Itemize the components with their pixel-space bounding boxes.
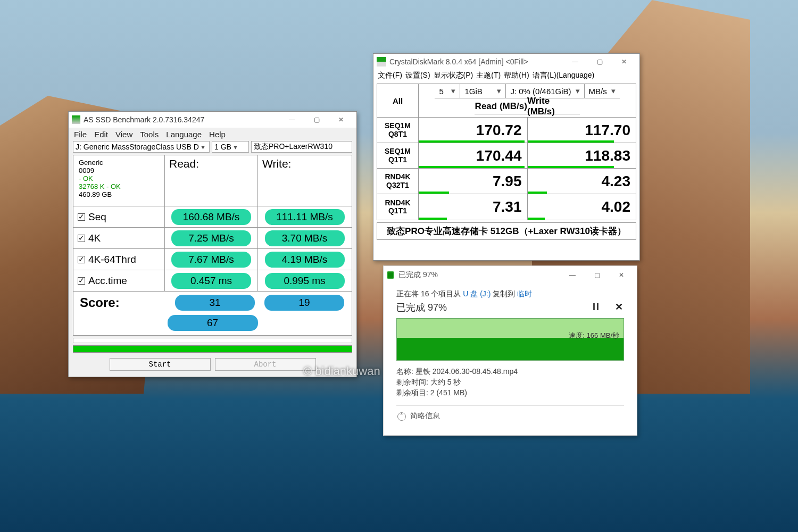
- 4k-read: 7.25 MB/s: [171, 230, 251, 246]
- detail-remaining-time: 剩余时间: 大约 5 秒: [396, 378, 624, 387]
- cdm-write-1: 118.83: [528, 143, 636, 168]
- unit-select[interactable]: MB/s: [585, 84, 620, 98]
- maximize-button[interactable]: ▢: [585, 267, 609, 283]
- asssd-title: AS SSD Benchmark 2.0.7316.34247: [84, 115, 204, 124]
- acctime-write: 0.995 ms: [265, 273, 345, 289]
- cdm-write-2: 4.23: [528, 169, 636, 194]
- minimize-button[interactable]: —: [560, 267, 585, 283]
- cdm-read-1: 170.44: [419, 143, 528, 168]
- maximize-button[interactable]: ▢: [304, 112, 329, 128]
- menu-view[interactable]: View: [115, 130, 132, 139]
- asssd-window: AS SSD Benchmark 2.0.7316.34247 — ▢ ✕ Fi…: [68, 111, 357, 377]
- 4k64-checkbox[interactable]: [78, 256, 85, 263]
- name-input[interactable]: 致态PRO+LaxerRW310: [251, 141, 352, 153]
- 4k64-label: 4K-64Thrd: [73, 249, 165, 270]
- window-controls: — ▢ ✕: [563, 54, 636, 70]
- window-controls: — ▢ ✕: [280, 112, 353, 128]
- cdm-read-2: 7.95: [419, 169, 528, 194]
- speed-label: 速度: 166 MB/秒: [569, 331, 619, 340]
- drive-select[interactable]: J: Generic MassStorageClass USB D: [73, 141, 210, 153]
- score-label: Score:: [80, 295, 120, 310]
- cdm-titlebar[interactable]: CrystalDiskMark 8.0.4 x64 [Admin] <0Fill…: [373, 54, 639, 70]
- acctime-read: 0.457 ms: [171, 273, 251, 289]
- testsize-select[interactable]: 1GiB: [460, 84, 506, 98]
- cdm-title: CrystalDiskMark 8.0.4 x64 [Admin] <0Fill…: [389, 57, 528, 66]
- cdm-app-icon: [377, 57, 386, 66]
- acctime-label: Acc.time: [73, 270, 165, 291]
- filecopy-window: 已完成 97% — ▢ ✕ 正在将 16 个项目从 U 盘 (J:) 复制到 临…: [383, 265, 637, 436]
- all-button[interactable]: All: [377, 84, 419, 117]
- fc-titlebar[interactable]: 已完成 97% — ▢ ✕: [384, 266, 637, 284]
- asssd-titlebar[interactable]: AS SSD Benchmark 2.0.7316.34247 — ▢ ✕: [69, 112, 356, 128]
- fewer-details-toggle[interactable]: ˄简略信息: [396, 405, 624, 423]
- cdm-test-button[interactable]: RND4KQ1T1: [377, 194, 419, 220]
- close-button[interactable]: ✕: [609, 267, 634, 283]
- 4k-label: 4K: [73, 228, 165, 248]
- menu-theme[interactable]: 主题(T): [476, 71, 501, 80]
- seq-write: 111.11 MB/s: [265, 209, 345, 225]
- menu-language[interactable]: Language: [166, 130, 202, 139]
- detail-remaining-items: 剩余项目: 2 (451 MB): [396, 388, 624, 398]
- menu-status[interactable]: 显示状态(P): [434, 71, 473, 80]
- count-select[interactable]: 5: [435, 84, 460, 98]
- cdm-test-button[interactable]: RND4KQ32T1: [377, 169, 419, 194]
- cdm-read-0: 170.72: [419, 118, 528, 143]
- read-header: Read:: [165, 155, 258, 206]
- minimize-button[interactable]: —: [280, 112, 304, 128]
- main-progress: [73, 345, 352, 353]
- 4k64-write: 4.19 MB/s: [265, 252, 345, 268]
- score-write: 19: [264, 295, 344, 311]
- cdm-row-2: RND4KQ32T17.954.23: [377, 169, 636, 194]
- copy-details: 名称: 星铁 2024.06.30-08.45.48.mp4 剩余时间: 大约 …: [396, 367, 624, 398]
- seq-label: Seq: [73, 206, 165, 227]
- read-header: Read (MB/s): [475, 98, 527, 114]
- cdm-test-button[interactable]: SEQ1MQ1T1: [377, 143, 419, 168]
- menu-file[interactable]: 文件(F): [378, 71, 402, 80]
- cdm-row-0: SEQ1MQ8T1170.72117.70: [377, 118, 636, 143]
- start-button[interactable]: Start: [110, 358, 211, 371]
- score-total: 67: [168, 315, 258, 331]
- menu-language[interactable]: 语言(L)(Language): [533, 71, 595, 80]
- close-button[interactable]: ✕: [612, 54, 636, 70]
- menu-help[interactable]: 帮助(H): [504, 71, 529, 80]
- menu-tools[interactable]: Tools: [140, 130, 159, 139]
- cancel-button[interactable]: ✕: [615, 302, 624, 312]
- cdm-row-3: RND4KQ1T17.314.02: [377, 194, 636, 220]
- cdm-menubar: 文件(F) 设置(S) 显示状态(P) 主题(T) 帮助(H) 语言(L)(La…: [373, 70, 639, 82]
- copy-status-icon: [387, 271, 394, 279]
- score-read: 31: [175, 295, 255, 311]
- seq-read: 160.68 MB/s: [171, 209, 251, 225]
- asssd-results: Generic 0009 - OK 32768 K - OK 460.89 GB…: [73, 155, 352, 336]
- seq-checkbox[interactable]: [78, 213, 85, 221]
- drive-info: Generic 0009 - OK 32768 K - OK 460.89 GB: [73, 155, 165, 206]
- watermark: © bidiankuwan: [303, 364, 380, 378]
- menu-help[interactable]: Help: [209, 130, 226, 139]
- 4k-checkbox[interactable]: [78, 235, 85, 242]
- menu-settings[interactable]: 设置(S): [405, 71, 430, 80]
- cdm-footer: 致态PRO专业高速存储卡 512GB（+Laxer RW310读卡器）: [377, 222, 636, 240]
- write-header: Write (MB/s): [527, 98, 580, 114]
- cdm-window: CrystalDiskMark 8.0.4 x64 [Admin] <0Fill…: [373, 53, 640, 261]
- sub-progress: [73, 338, 352, 343]
- cdm-row-1: SEQ1MQ1T1170.44118.83: [377, 143, 636, 169]
- cdm-test-button[interactable]: SEQ1MQ8T1: [377, 118, 419, 143]
- cdm-read-3: 7.31: [419, 194, 528, 220]
- asssd-app-icon: [72, 115, 80, 124]
- close-button[interactable]: ✕: [329, 112, 353, 128]
- 4k-write: 3.70 MB/s: [265, 230, 345, 246]
- cdm-results: SEQ1MQ8T1170.72117.70SEQ1MQ1T1170.44118.…: [377, 118, 636, 220]
- write-header: Write:: [258, 155, 351, 206]
- cdm-write-3: 4.02: [528, 194, 636, 220]
- fc-title: 已完成 97%: [398, 270, 438, 280]
- window-controls: — ▢ ✕: [560, 267, 634, 283]
- menu-file[interactable]: File: [74, 130, 87, 139]
- 4k64-read: 7.67 MB/s: [171, 252, 251, 268]
- cdm-write-0: 117.70: [528, 118, 636, 143]
- minimize-button[interactable]: —: [563, 54, 587, 70]
- menu-edit[interactable]: Edit: [94, 130, 108, 139]
- pause-button[interactable]: II: [593, 302, 600, 312]
- size-select[interactable]: 1 GB: [212, 141, 249, 153]
- speed-graph: 速度: 166 MB/秒: [396, 318, 624, 361]
- maximize-button[interactable]: ▢: [587, 54, 612, 70]
- acctime-checkbox[interactable]: [78, 277, 85, 285]
